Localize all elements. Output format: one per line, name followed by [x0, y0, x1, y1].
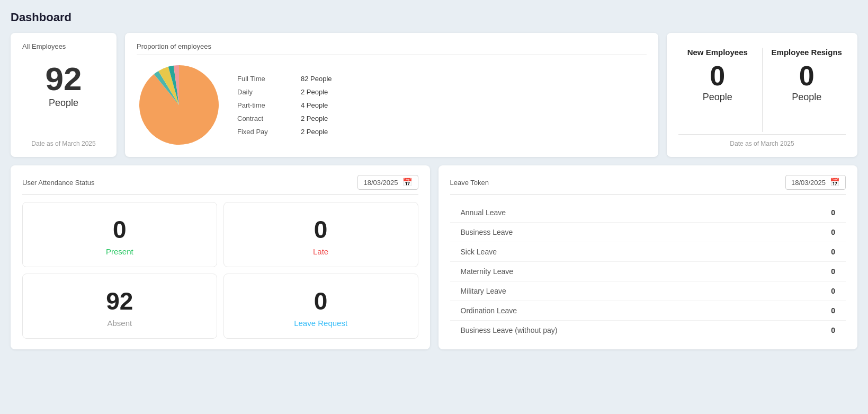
leave-table: Annual Leave0Business Leave0Sick Leave0M… [450, 203, 846, 340]
legend-value: 2 People [301, 88, 343, 96]
proportion-title: Proportion of employees [137, 42, 647, 50]
leave-header: Leave Token 18/03/2025 📅 [450, 175, 846, 190]
leave-name: Sick Leave [461, 248, 497, 256]
leave-row: Ordination Leave0 [450, 301, 846, 321]
leave-name: Business Leave [461, 228, 513, 236]
new-employees-block: New Employees 0 People [678, 48, 757, 132]
all-employees-date: Date as of March 2025 [22, 140, 105, 147]
leave-row: Business Leave (without pay)0 [450, 321, 846, 340]
leave-count: 0 [831, 326, 835, 334]
legend-value: 2 People [301, 128, 343, 136]
legend-value: 4 People [301, 101, 343, 109]
leave-name: Business Leave (without pay) [461, 326, 558, 334]
legend-label: Daily [237, 88, 301, 96]
pie-chart [137, 63, 221, 147]
leave-row: Business Leave0 [450, 223, 846, 242]
all-employees-people-label: People [22, 98, 105, 109]
calendar-icon: 📅 [402, 178, 413, 187]
pie-svg [137, 63, 221, 147]
new-resign-card: New Employees 0 People Employee Resigns … [667, 33, 857, 157]
attendance-title: User Attendance Status [22, 179, 95, 187]
leave-date-value: 18/03/2025 [791, 179, 826, 187]
leave-count: 0 [831, 306, 835, 315]
leave-calendar-icon: 📅 [830, 178, 840, 187]
employee-resigns-people: People [768, 92, 846, 103]
attendance-count-present: 0 [31, 217, 208, 242]
attendance-label-present: Present [31, 247, 208, 256]
attendance-box-late: 0Late [223, 202, 418, 267]
leave-name: Annual Leave [461, 208, 506, 217]
leave-name: Military Leave [461, 287, 506, 295]
proportion-legend: Full Time82 PeopleDaily2 PeoplePart-time… [237, 75, 343, 136]
legend-value: 2 People [301, 114, 343, 122]
attendance-box-present: 0Present [22, 202, 217, 267]
attendance-label-late: Late [232, 247, 409, 256]
employee-resigns-count: 0 [768, 62, 846, 90]
leave-count: 0 [831, 287, 835, 295]
top-row: All Employees 92 People Date as of March… [11, 33, 857, 157]
leave-row: Military Leave0 [450, 281, 846, 301]
leave-name: Maternity Leave [461, 267, 514, 276]
attendance-count-late: 0 [232, 217, 409, 242]
legend-label: Part-time [237, 101, 301, 109]
attendance-box-absent: 92Absent [22, 274, 217, 339]
leave-row: Maternity Leave0 [450, 262, 846, 281]
leave-count: 0 [831, 208, 835, 217]
all-employees-card: All Employees 92 People Date as of March… [11, 33, 117, 157]
attendance-date-value: 18/03/2025 [363, 179, 398, 187]
legend-label: Full Time [237, 75, 301, 83]
employee-resigns-block: Employee Resigns 0 People [768, 48, 846, 132]
proportion-content: Full Time82 PeopleDaily2 PeoplePart-time… [137, 63, 647, 147]
attendance-grid: 0Present0Late92Absent0Leave Request [22, 202, 418, 339]
attendance-label-absent: Absent [31, 319, 208, 328]
leave-row: Sick Leave0 [450, 242, 846, 262]
leave-name: Ordination Leave [461, 306, 517, 315]
leave-token-title: Leave Token [450, 179, 489, 187]
attendance-header: User Attendance Status 18/03/2025 📅 [22, 175, 418, 190]
attendance-count-absent: 92 [31, 289, 208, 313]
legend-label: Contract [237, 114, 301, 122]
new-employees-count: 0 [678, 62, 757, 90]
leave-count: 0 [831, 228, 835, 236]
all-employees-title: All Employees [22, 42, 66, 50]
leave-row: Annual Leave0 [450, 203, 846, 223]
all-employees-count: 92 [22, 63, 105, 95]
attendance-box-leave-request: 0Leave Request [223, 274, 418, 339]
attendance-label-leave-request: Leave Request [232, 319, 409, 328]
legend-label: Fixed Pay [237, 128, 301, 136]
new-employees-people: People [678, 92, 757, 103]
employee-resigns-title: Employee Resigns [768, 48, 846, 57]
attendance-count-leave-request: 0 [232, 289, 409, 313]
leave-date-input[interactable]: 18/03/2025 📅 [785, 175, 846, 190]
attendance-date-input[interactable]: 18/03/2025 📅 [357, 175, 418, 190]
proportion-card: Proportion of employees Full Time82 Peop… [125, 33, 658, 157]
bottom-row: User Attendance Status 18/03/2025 📅 0Pre… [11, 165, 857, 349]
attendance-card: User Attendance Status 18/03/2025 📅 0Pre… [11, 165, 430, 349]
nr-divider [762, 48, 763, 132]
new-resign-top: New Employees 0 People Employee Resigns … [678, 42, 846, 134]
new-resign-date: Date as of March 2025 [678, 134, 846, 147]
new-employees-title: New Employees [678, 48, 757, 57]
legend-value: 82 People [301, 75, 343, 83]
page-title: Dashboard [11, 11, 857, 24]
leave-token-card: Leave Token 18/03/2025 📅 Annual Leave0Bu… [439, 165, 858, 349]
leave-count: 0 [831, 248, 835, 256]
leave-count: 0 [831, 267, 835, 276]
